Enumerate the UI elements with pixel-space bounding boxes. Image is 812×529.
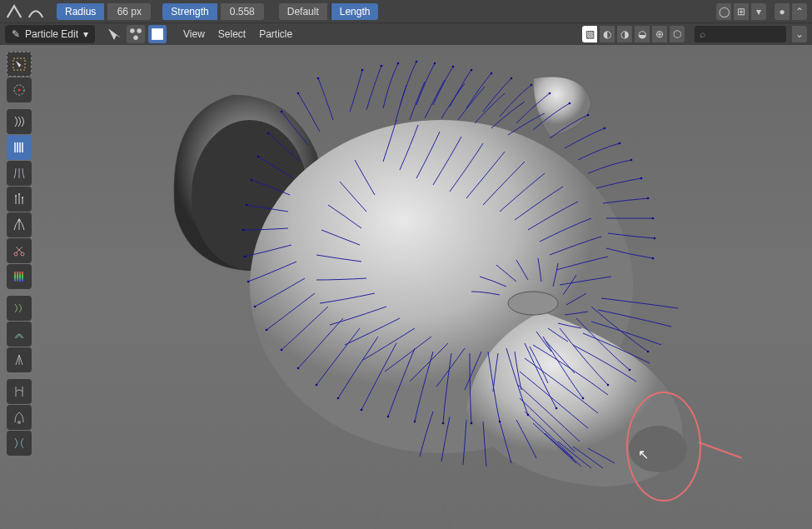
svg-point-36 <box>242 229 245 232</box>
overlay-dropdown-icon[interactable]: ▾ <box>751 3 766 20</box>
svg-point-56 <box>647 351 650 353</box>
svg-point-15 <box>491 72 493 75</box>
shading-icon-1[interactable]: ● <box>775 3 790 20</box>
svg-point-44 <box>337 397 340 400</box>
tool-extra-1[interactable] <box>7 296 32 321</box>
length-button[interactable]: Length <box>331 3 379 20</box>
svg-point-18 <box>549 92 551 95</box>
select-mode-2-icon[interactable] <box>127 25 145 43</box>
strength-label[interactable]: Strength <box>162 3 217 20</box>
svg-point-32 <box>267 132 270 135</box>
overlay-icon-2[interactable]: ⊞ <box>734 3 749 20</box>
svg-point-59 <box>18 89 21 92</box>
tool-extra-2[interactable] <box>7 322 32 347</box>
svg-point-63 <box>14 252 17 256</box>
tool-extra-4[interactable] <box>7 379 32 404</box>
editor-header: ✎ Particle Edit ▾ View Select Particle ▧… <box>0 22 812 45</box>
svg-point-30 <box>297 92 300 95</box>
svg-point-60 <box>15 195 17 197</box>
svg-point-31 <box>281 111 283 113</box>
svg-point-10 <box>397 62 400 65</box>
search-icon: ⌕ <box>700 28 705 40</box>
header2-right-cluster: ▧ ◐ ◑ ◒ ⊕ ⬡ ⌕ ⌄ <box>582 26 807 42</box>
display-icon-3[interactable]: ◑ <box>617 26 632 42</box>
svg-point-39 <box>254 306 257 308</box>
svg-point-65 <box>17 421 21 424</box>
svg-point-48 <box>442 422 445 425</box>
tool-puff[interactable] <box>7 212 32 237</box>
tool-comb[interactable] <box>7 109 32 134</box>
tool-cut[interactable] <box>7 238 32 263</box>
menu-particle[interactable]: Particle <box>254 28 297 40</box>
svg-point-13 <box>452 66 455 68</box>
svg-point-41 <box>281 349 283 352</box>
menu-select[interactable]: Select <box>213 28 251 40</box>
brush-curve-icon[interactable] <box>27 2 45 21</box>
default-button[interactable]: Default <box>279 3 327 20</box>
svg-point-61 <box>18 193 20 195</box>
tool-add[interactable] <box>7 161 32 186</box>
tool-select-box[interactable] <box>7 52 32 77</box>
svg-point-8 <box>361 69 364 72</box>
display-icon-4[interactable]: ◒ <box>635 26 650 42</box>
svg-point-7 <box>508 292 558 315</box>
select-mode-1-icon[interactable] <box>105 25 123 43</box>
svg-point-28 <box>652 257 655 260</box>
overlay-icon-1[interactable]: ◯ <box>716 3 731 20</box>
display-icon-5[interactable]: ⊕ <box>652 26 667 42</box>
radius-label[interactable]: Radius <box>57 3 104 20</box>
svg-point-11 <box>416 61 418 63</box>
svg-point-53 <box>582 397 585 400</box>
svg-point-12 <box>434 62 436 65</box>
svg-point-38 <box>247 281 250 283</box>
svg-point-0 <box>130 28 135 33</box>
tool-length[interactable] <box>7 187 32 212</box>
svg-point-47 <box>414 421 416 423</box>
svg-point-64 <box>21 252 24 256</box>
menu-view[interactable]: View <box>178 28 210 40</box>
viewport-3d[interactable]: ↖ <box>0 45 812 529</box>
svg-point-33 <box>257 156 260 158</box>
display-icon-1[interactable]: ▧ <box>582 26 597 42</box>
brush-falloff-icon[interactable] <box>5 2 23 21</box>
scene-content <box>0 45 812 529</box>
svg-point-20 <box>587 114 590 117</box>
svg-point-6 <box>629 426 687 472</box>
svg-point-1 <box>137 28 142 33</box>
tool-cursor-3d[interactable] <box>7 77 32 102</box>
svg-point-17 <box>531 84 533 87</box>
svg-point-24 <box>640 177 643 180</box>
display-icon-6[interactable]: ⬡ <box>670 26 685 42</box>
display-icon-2[interactable]: ◐ <box>600 26 615 42</box>
svg-point-22 <box>619 142 621 145</box>
select-mode-3-icon[interactable] <box>148 25 167 43</box>
svg-point-51 <box>527 414 530 417</box>
radius-value[interactable]: 66 px <box>107 3 151 20</box>
search-input[interactable]: ⌕ <box>695 26 786 42</box>
svg-point-25 <box>647 197 650 200</box>
svg-point-46 <box>387 416 390 418</box>
svg-point-14 <box>471 69 473 72</box>
tool-shelf <box>7 52 32 461</box>
svg-point-27 <box>654 237 656 240</box>
svg-point-55 <box>629 369 631 372</box>
tool-header: Radius 66 px Strength 0.558 Default Leng… <box>0 0 812 22</box>
svg-point-54 <box>607 384 610 387</box>
tool-weight[interactable] <box>7 264 32 289</box>
tool-extra-6[interactable] <box>7 431 32 456</box>
svg-point-43 <box>316 384 318 387</box>
svg-point-26 <box>652 217 655 220</box>
tool-extra-3[interactable] <box>7 347 32 372</box>
shading-dropdown-icon[interactable]: ⌃ <box>792 3 807 20</box>
tool-smooth[interactable] <box>7 135 32 160</box>
mode-selector[interactable]: ✎ Particle Edit ▾ <box>5 25 95 43</box>
filter-dropdown[interactable]: ⌄ <box>792 26 807 42</box>
tool-extra-5[interactable] <box>7 405 32 430</box>
svg-point-49 <box>471 422 473 425</box>
strength-value[interactable]: 0.558 <box>221 3 264 20</box>
mode-label: Particle Edit <box>25 28 78 40</box>
header-right-cluster: ◯ ⊞ ▾ ● ⌃ <box>716 3 807 20</box>
svg-point-52 <box>555 407 558 410</box>
svg-point-21 <box>604 127 606 130</box>
svg-point-9 <box>381 65 383 67</box>
